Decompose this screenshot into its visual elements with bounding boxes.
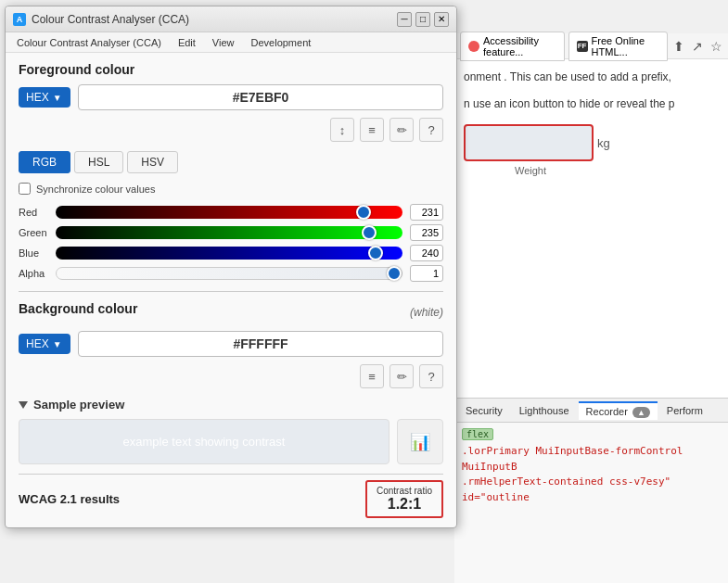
blue-slider-row: Blue 240 — [19, 245, 443, 261]
hsv-tab[interactable]: HSV — [127, 151, 178, 173]
sliders-button[interactable]: ≡ — [360, 118, 384, 142]
sync-row: Synchronize colour values — [19, 183, 443, 195]
devtools-tabs: Security Lighthouse Recorder ▲ Perform — [454, 399, 728, 423]
blue-label: Blue — [19, 247, 48, 259]
bg-color-input-row: HEX ▼ #FFFFFF — [19, 331, 443, 357]
bg-hex-dropdown[interactable]: HEX ▼ — [19, 334, 70, 354]
bg-tools-row: ≡ ✏ ? — [19, 364, 443, 388]
bg-sliders-button[interactable]: ≡ — [360, 364, 384, 388]
menu-development[interactable]: Development — [244, 35, 319, 50]
preview-text: example text showing contrast — [123, 435, 286, 449]
green-value-input[interactable]: 235 — [410, 224, 443, 241]
weight-field-label: Weight — [464, 165, 597, 176]
weight-unit-label: kg — [597, 136, 610, 150]
preview-title: Sample preview — [33, 398, 124, 412]
color-mode-tabs: RGB HSL HSV — [19, 151, 443, 173]
rgb-tab[interactable]: RGB — [19, 151, 70, 173]
code-line-1: .lorPrimary MuiInputBase-formControl Mui… — [462, 444, 721, 475]
contrast-ratio-box: Contrast ratio 1.2:1 — [365, 480, 443, 518]
devtools-tab-perform[interactable]: Perform — [659, 402, 710, 419]
minimize-button[interactable]: ─ — [397, 12, 412, 27]
menu-edit[interactable]: Edit — [171, 35, 203, 50]
eyedropper-button[interactable]: ✏ — [390, 118, 414, 142]
blue-slider[interactable] — [56, 247, 402, 260]
browser-tab-1-label: Accessibility feature... — [483, 35, 556, 57]
foreground-tools-row: ↕ ≡ ✏ ? — [19, 118, 443, 142]
bg-hex-dropdown-arrow: ▼ — [53, 339, 62, 349]
alpha-slider[interactable] — [56, 267, 402, 280]
contrast-ratio-label: Contrast ratio — [377, 486, 432, 496]
browser-bookmark-icon[interactable]: ☆ — [710, 39, 722, 54]
code-line-2: .rmHelperText-contained css-v7esy" id="o… — [462, 475, 721, 505]
app-icon: A — [13, 13, 26, 26]
browser-upload-icon[interactable]: ⬆ — [673, 39, 684, 54]
foreground-color-input-row: HEX ▼ #E7EBF0 — [19, 84, 443, 110]
red-value-input[interactable]: 231 — [410, 204, 443, 221]
preview-chart-button[interactable]: 📊 — [397, 419, 443, 464]
bg-eyedropper-button[interactable]: ✏ — [390, 364, 414, 388]
maximize-button[interactable]: □ — [415, 12, 430, 27]
sync-checkbox[interactable] — [19, 183, 31, 195]
preview-box: example text showing contrast — [19, 419, 390, 464]
wcag-section: WCAG 2.1 results Contrast ratio 1.2:1 — [19, 474, 443, 518]
foreground-hex-dropdown[interactable]: HEX ▼ — [19, 87, 70, 108]
swap-button[interactable]: ↕ — [330, 118, 354, 142]
content-text-1: onment . This can be used to add a prefi… — [464, 69, 719, 86]
weight-input[interactable] — [464, 124, 594, 161]
browser-toolbar: Accessibility feature... FF Free Online … — [454, 33, 728, 59]
recorder-badge: ▲ — [632, 407, 650, 418]
browser-tab-2[interactable]: FF Free Online HTML... — [568, 32, 668, 61]
bg-help-button[interactable]: ? — [419, 364, 443, 388]
blue-value-input[interactable]: 240 — [410, 245, 443, 261]
green-slider-row: Green 235 — [19, 224, 443, 241]
green-label: Green — [19, 227, 48, 238]
bg-hex-value[interactable]: #FFFFFF — [78, 331, 443, 357]
browser-content: onment . This can be used to add a prefi… — [454, 59, 728, 398]
browser-tab-1[interactable]: Accessibility feature... — [460, 32, 565, 61]
title-bar-text: Colour Contrast Analyser (CCA) — [32, 13, 391, 26]
devtools-tab-security[interactable]: Security — [458, 402, 510, 419]
foreground-hex-value[interactable]: #E7EBF0 — [78, 84, 443, 110]
hex-dropdown-arrow: ▼ — [53, 93, 62, 103]
weight-container: kg Weight — [464, 124, 719, 176]
bg-section-title: Background colour — [19, 301, 137, 316]
devtools-tab-recorder[interactable]: Recorder ▲ — [579, 401, 658, 420]
bg-section-header: Background colour (white) — [19, 301, 443, 323]
devtools-panel: Security Lighthouse Recorder ▲ Perform f… — [454, 398, 728, 583]
browser-tab-2-label: Free Online HTML... — [592, 35, 659, 57]
close-button[interactable]: ✕ — [434, 12, 449, 27]
weight-input-row: kg — [464, 124, 610, 161]
menu-bar: Colour Contrast Analyser (CCA) Edit View… — [6, 32, 456, 53]
green-slider[interactable] — [56, 226, 402, 239]
content-text-2: n use an icon button to hide or reveal t… — [464, 95, 719, 113]
alpha-slider-row: Alpha 1 — [19, 265, 443, 282]
expand-icon[interactable] — [19, 401, 28, 409]
alpha-label: Alpha — [19, 268, 48, 279]
red-slider-row: Red 231 — [19, 204, 443, 221]
foreground-section-title: Foreground colour — [19, 62, 443, 77]
flex-badge: flex — [462, 428, 493, 440]
ff-icon: FF — [577, 41, 588, 52]
browser-panel: Accessibility feature... FF Free Online … — [454, 33, 728, 583]
help-button[interactable]: ? — [419, 118, 443, 142]
firefox-icon — [468, 41, 479, 52]
preview-section: Sample preview example text showing cont… — [19, 398, 443, 464]
browser-tab-strip: Accessibility feature... FF Free Online … — [460, 32, 668, 61]
devtools-tab-lighthouse[interactable]: Lighthouse — [512, 402, 577, 419]
bg-white-label: (white) — [410, 306, 443, 319]
browser-share-icon[interactable]: ↗ — [692, 39, 703, 54]
slider-section: Red 231 Green 235 Blue 240 Alpha 1 — [19, 204, 443, 282]
red-slider[interactable] — [56, 206, 402, 219]
menu-cca[interactable]: Colour Contrast Analyser (CCA) — [9, 35, 169, 50]
hsl-tab[interactable]: HSL — [74, 151, 123, 173]
preview-row: example text showing contrast 📊 — [19, 419, 443, 464]
contrast-ratio-value: 1.2:1 — [377, 496, 432, 513]
divider-1 — [19, 291, 443, 292]
cca-window: A Colour Contrast Analyser (CCA) ─ □ ✕ C… — [5, 6, 457, 528]
menu-view[interactable]: View — [205, 35, 242, 50]
preview-header: Sample preview — [19, 398, 443, 412]
alpha-value-input[interactable]: 1 — [410, 265, 443, 282]
sync-label: Synchronize colour values — [36, 184, 155, 195]
title-bar: A Colour Contrast Analyser (CCA) ─ □ ✕ — [6, 6, 456, 32]
app-content: Foreground colour HEX ▼ #E7EBF0 ↕ ≡ ✏ ? — [6, 53, 456, 527]
